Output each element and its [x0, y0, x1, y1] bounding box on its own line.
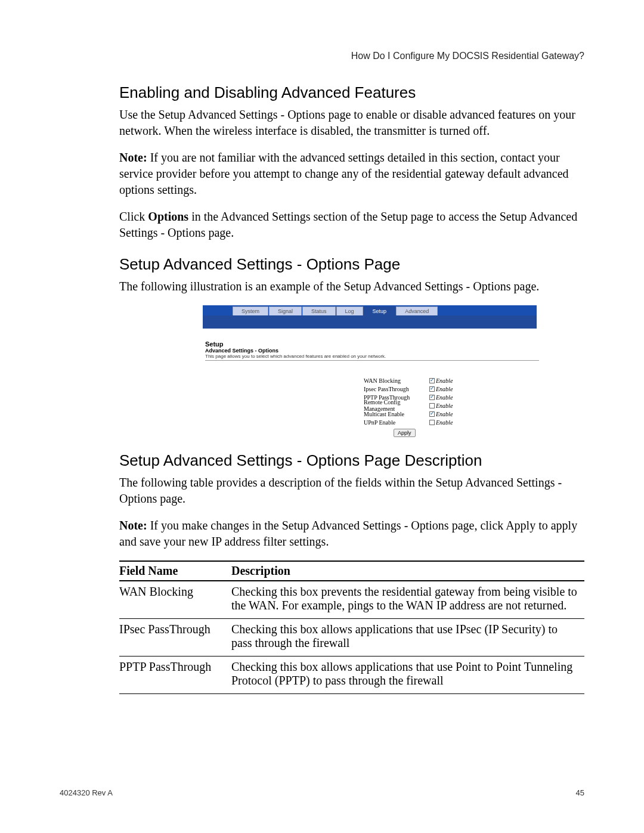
checkbox-pptp[interactable] — [429, 395, 435, 400]
description-table: Field Name Description WAN Blocking Chec… — [119, 561, 584, 694]
option-row-multicast: Multicast Enable Enable — [364, 410, 537, 418]
tab-advanced[interactable]: Advanced — [396, 306, 438, 315]
enable-text: Enable — [436, 394, 453, 401]
col-field-name: Field Name — [119, 561, 231, 581]
p2-bold: Options — [148, 210, 188, 223]
footer-left: 4024320 Rev A — [60, 788, 113, 797]
note1-label: Note: — [119, 151, 147, 164]
note2-label: Note: — [119, 519, 147, 532]
table-row: IPsec PassThrough Checking this box allo… — [119, 619, 584, 657]
option-label: Multicast Enable — [364, 411, 429, 417]
footer-right: 45 — [576, 788, 584, 797]
option-row-upnp: UPnP Enable Enable — [364, 418, 537, 426]
p2-a: Click — [119, 210, 148, 223]
options-page-illustration: System Signal Status Log Setup Advanced … — [203, 305, 537, 437]
tab-log[interactable]: Log — [336, 306, 363, 315]
document-page: How Do I Configure My DOCSIS Residential… — [0, 0, 644, 833]
tab-signal[interactable]: Signal — [269, 306, 302, 315]
heading-enabling: Enabling and Disabling Advanced Features — [119, 83, 584, 102]
checkbox-wan[interactable] — [429, 378, 435, 383]
checkbox-ipsec[interactable] — [429, 386, 435, 392]
enable-text: Enable — [436, 377, 453, 384]
option-row-ipsec: Ipsec PassThrough Enable — [364, 385, 537, 393]
tab-status[interactable]: Status — [302, 306, 336, 315]
paragraph-click-options: Click Options in the Advanced Settings s… — [119, 209, 584, 241]
paragraph-table-intro: The following table provides a descripti… — [119, 475, 584, 507]
table-row: PPTP PassThrough Checking this box allow… — [119, 657, 584, 694]
enable-text: Enable — [436, 402, 453, 409]
checkbox-upnp[interactable] — [429, 420, 435, 425]
running-head: How Do I Configure My DOCSIS Residential… — [351, 51, 584, 61]
field-name-cell: PPTP PassThrough — [119, 657, 231, 694]
bluebar — [203, 315, 537, 329]
table-header-row: Field Name Description — [119, 561, 584, 581]
tab-system[interactable]: System — [233, 306, 268, 315]
checkbox-multicast[interactable] — [429, 411, 435, 417]
divider — [205, 360, 539, 361]
options-list: WAN Blocking Enable Ipsec PassThrough En… — [364, 376, 537, 437]
enable-text: Enable — [436, 411, 453, 417]
option-label: WAN Blocking — [364, 377, 429, 384]
note2-body: If you make changes in the Setup Advance… — [119, 519, 577, 548]
note1-body: If you are not familiar with the advance… — [119, 151, 569, 196]
tabbar-outer: System Signal Status Log Setup Advanced — [203, 305, 537, 329]
page-content: Enabling and Disabling Advanced Features… — [119, 83, 584, 694]
option-row-remote: Remote Config Management Enable — [364, 401, 537, 410]
apply-button[interactable]: Apply — [394, 429, 416, 437]
setup-title: Setup — [205, 340, 537, 348]
option-row-wan: WAN Blocking Enable — [364, 376, 537, 385]
checkbox-remote[interactable] — [429, 403, 435, 408]
field-desc-cell: Checking this box allows applications th… — [231, 657, 584, 694]
apply-wrap: Apply — [394, 429, 537, 437]
page-footer: 4024320 Rev A 45 — [60, 788, 584, 797]
paragraph-illustration: The following illustration is an example… — [119, 278, 584, 295]
option-label: Ipsec PassThrough — [364, 386, 429, 392]
heading-options-page: Setup Advanced Settings - Options Page — [119, 255, 584, 274]
field-desc-cell: Checking this box allows applications th… — [231, 619, 584, 657]
option-label: UPnP Enable — [364, 419, 429, 426]
paragraph-note2: Note: If you make changes in the Setup A… — [119, 518, 584, 550]
heading-description: Setup Advanced Settings - Options Page D… — [119, 451, 584, 470]
setup-desc: This page allows you to select which adv… — [205, 354, 537, 359]
tab-setup[interactable]: Setup — [364, 306, 396, 315]
setup-block: Setup Advanced Settings - Options This p… — [203, 340, 537, 361]
field-desc-cell: Checking this box prevents the residenti… — [231, 581, 584, 619]
enable-text: Enable — [436, 419, 453, 426]
tabbar: System Signal Status Log Setup Advanced — [203, 306, 537, 315]
field-name-cell: IPsec PassThrough — [119, 619, 231, 657]
col-description: Description — [231, 561, 584, 581]
p2-b: in the Advanced Settings section of the … — [119, 210, 577, 239]
setup-subtitle: Advanced Settings - Options — [205, 348, 537, 354]
enable-text: Enable — [436, 386, 453, 392]
field-name-cell: WAN Blocking — [119, 581, 231, 619]
table-row: WAN Blocking Checking this box prevents … — [119, 581, 584, 619]
paragraph-intro: Use the Setup Advanced Settings - Option… — [119, 107, 584, 139]
paragraph-note1: Note: If you are not familiar with the a… — [119, 150, 584, 198]
